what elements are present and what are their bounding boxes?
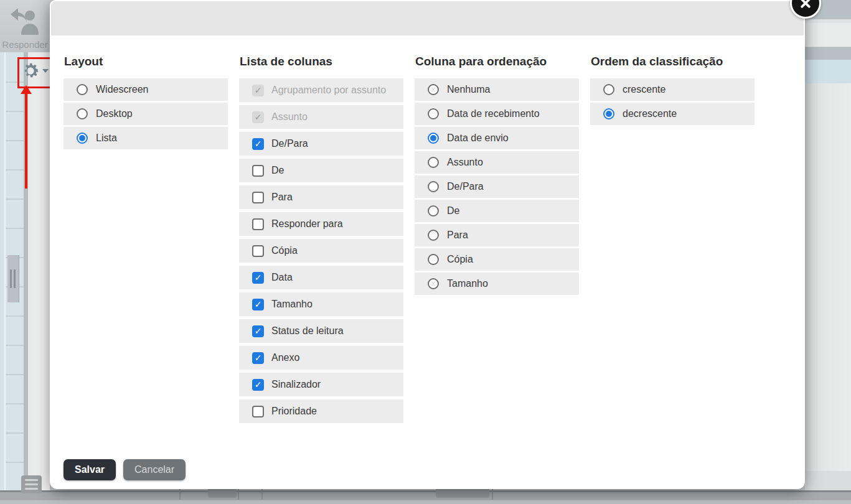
radio-option-tamanho[interactable]: Tamanho	[415, 273, 579, 295]
radio-selected-icon[interactable]	[603, 108, 614, 119]
radio-selected-icon[interactable]	[77, 133, 88, 144]
checkbox-option-agrupamento-por-assunto: ✓Agrupamento por assunto	[239, 78, 403, 102]
radio-icon[interactable]	[428, 108, 439, 119]
radio-selected-icon[interactable]	[428, 133, 439, 144]
checkbox-icon[interactable]	[252, 245, 264, 257]
section-title: Layout	[64, 55, 228, 68]
checkbox-icon[interactable]	[252, 218, 264, 230]
option-list: crescentedecrescente	[590, 78, 755, 125]
radio-option-para[interactable]: Para	[415, 224, 579, 246]
option-label: Assunto	[271, 111, 308, 123]
radio-icon[interactable]	[428, 278, 439, 289]
checkbox-option-prioridade[interactable]: Prioridade	[239, 399, 403, 423]
radio-option-de[interactable]: De	[415, 200, 579, 222]
checkbox-option-de-para[interactable]: ✓De/Para	[239, 132, 403, 156]
option-label: Para	[447, 230, 468, 241]
radio-icon[interactable]	[428, 254, 439, 265]
background-band	[805, 23, 851, 47]
radio-option-lista[interactable]: Lista	[63, 127, 228, 149]
checkbox-checked-icon[interactable]: ✓	[252, 138, 264, 150]
section-column-list: Lista de colunas ✓Agrupamento por assunt…	[239, 55, 403, 426]
section-sort-column: Coluna para ordenação NenhumaData de rec…	[415, 55, 579, 297]
radio-option-nenhuma[interactable]: Nenhuma	[415, 78, 579, 101]
radio-option-decrescente[interactable]: decrescente	[590, 103, 755, 125]
dialog-header	[51, 1, 804, 35]
annotation-arrow	[21, 85, 32, 94]
background-band	[805, 47, 851, 60]
radio-option-data-de-envio[interactable]: Data de envio	[415, 127, 579, 149]
option-label: Para	[271, 192, 293, 203]
radio-option-desktop[interactable]: Desktop	[63, 103, 228, 125]
checkbox-option-de[interactable]: De	[239, 159, 403, 182]
checkbox-option-anexo[interactable]: ✓Anexo	[239, 346, 403, 370]
reply-button-label: Responder	[0, 39, 50, 50]
checkbox-icon[interactable]	[252, 192, 264, 203]
checkbox-checked-icon[interactable]: ✓	[252, 352, 264, 364]
background-panel	[805, 83, 851, 471]
option-label: Prioridade	[271, 406, 317, 417]
option-label: Data de envio	[447, 133, 509, 144]
option-label: Cópia	[271, 245, 298, 256]
option-label: Status de leitura	[271, 325, 344, 337]
reply-button[interactable]: Responder	[0, 4, 50, 51]
background-selected-row	[805, 60, 851, 83]
grip-bar	[10, 269, 12, 288]
option-label: De	[447, 205, 459, 217]
radio-icon[interactable]	[603, 84, 614, 95]
option-list: WidescreenDesktopLista	[63, 78, 228, 149]
radio-icon[interactable]	[428, 205, 439, 217]
checkbox-checked-icon[interactable]: ✓	[252, 325, 264, 337]
checkbox-option-responder-para[interactable]: Responder para	[239, 212, 403, 236]
radio-option-assunto[interactable]: Assunto	[415, 151, 579, 174]
radio-icon[interactable]	[428, 84, 439, 95]
radio-icon[interactable]	[77, 84, 88, 95]
checkbox-option-status-de-leitura[interactable]: ✓Status de leitura	[239, 319, 403, 343]
radio-icon[interactable]	[428, 230, 439, 241]
checkbox-checked-icon: ✓	[252, 85, 264, 96]
option-label: Assunto	[447, 157, 483, 168]
option-label: De	[271, 165, 284, 176]
splitter-grip[interactable]	[7, 255, 19, 302]
radio-option-de-para[interactable]: De/Para	[415, 175, 579, 198]
option-label: De/Para	[447, 181, 484, 192]
menu-button[interactable]	[21, 475, 42, 493]
checkbox-option-tamanho[interactable]: ✓Tamanho	[239, 292, 403, 316]
checkbox-option-sinalizador[interactable]: ✓Sinalizador	[239, 373, 403, 396]
checkbox-option-para[interactable]: Para	[239, 185, 403, 209]
save-button[interactable]: Salvar	[63, 459, 116, 480]
checkbox-option-data[interactable]: ✓Data	[239, 266, 403, 289]
checkbox-checked-icon[interactable]: ✓	[252, 379, 264, 391]
radio-option-widescreen[interactable]: Widescreen	[63, 78, 228, 101]
section-title: Ordem da classificação	[591, 55, 755, 68]
option-label: Widescreen	[96, 84, 148, 95]
option-label: Cópia	[447, 254, 473, 265]
option-label: Data	[271, 272, 293, 283]
cancel-button[interactable]: Cancelar	[123, 459, 186, 480]
checkbox-icon[interactable]	[252, 165, 264, 177]
radio-option-crescente[interactable]: crescente	[590, 78, 755, 101]
option-label: Sinalizador	[271, 379, 321, 390]
radio-icon[interactable]	[77, 108, 88, 119]
option-label: decrescente	[623, 108, 677, 119]
option-label: Tamanho	[271, 299, 313, 310]
radio-icon[interactable]	[428, 181, 439, 192]
option-label: Desktop	[96, 108, 133, 119]
option-list: ✓Agrupamento por assunto✓Assunto✓De/Para…	[239, 78, 403, 423]
dialog-actions: Salvar Cancelar	[63, 459, 186, 480]
folder-pane-divider	[4, 52, 6, 490]
checkbox-checked-icon[interactable]: ✓	[252, 272, 264, 284]
radio-option-data-de-recebimento[interactable]: Data de recebimento	[415, 103, 579, 125]
radio-option-c-pia[interactable]: Cópia	[415, 248, 579, 271]
option-label: Data de recebimento	[447, 108, 540, 119]
checkbox-checked-icon[interactable]: ✓	[252, 299, 264, 310]
checkbox-icon[interactable]	[252, 406, 264, 418]
radio-icon[interactable]	[428, 157, 439, 168]
checkbox-option-assunto: ✓Assunto	[239, 105, 403, 129]
grip-bar	[14, 269, 16, 288]
annotation-highlight-box	[17, 57, 54, 88]
section-sort-order: Ordem da classificação crescentedecresce…	[590, 55, 755, 127]
option-label: Lista	[96, 133, 117, 144]
background-panel	[805, 471, 851, 492]
checkbox-option-c-pia[interactable]: Cópia	[239, 239, 403, 263]
section-title: Lista de colunas	[240, 55, 403, 68]
